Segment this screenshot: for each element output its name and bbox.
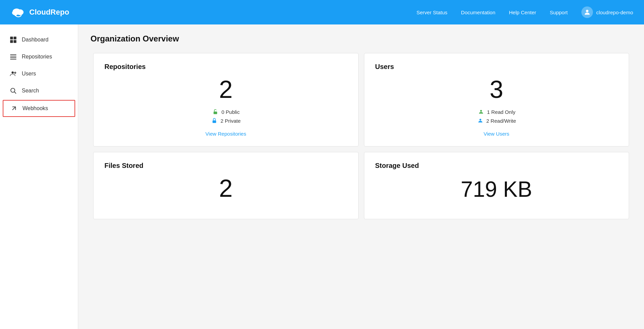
user-menu[interactable]: cloudrepo-demo bbox=[581, 6, 633, 18]
svg-rect-5 bbox=[14, 37, 16, 39]
storage-used-value: 719 KB bbox=[375, 176, 618, 203]
page-title: Organization Overview bbox=[90, 34, 632, 44]
svg-rect-4 bbox=[10, 37, 13, 39]
webhooks-icon bbox=[10, 105, 18, 112]
users-stats: 1 Read Only 2 Read/Write bbox=[375, 108, 618, 124]
main-content: Organization Overview Repositories 2 bbox=[78, 24, 644, 329]
cards-grid: Repositories 2 0 Public bbox=[78, 50, 644, 230]
svg-rect-8 bbox=[10, 54, 16, 55]
view-repositories-link[interactable]: View Repositories bbox=[104, 131, 347, 137]
svg-point-3 bbox=[586, 10, 588, 12]
svg-line-17 bbox=[12, 107, 15, 110]
read-only-label: 1 Read Only bbox=[487, 109, 515, 115]
avatar bbox=[581, 6, 593, 18]
storage-used-card: Storage Used 719 KB bbox=[364, 152, 629, 219]
header-nav: Server Status Documentation Help Center … bbox=[416, 10, 567, 15]
sidebar-label-webhooks: Webhooks bbox=[22, 105, 48, 111]
private-repos-stat: 2 Private bbox=[211, 117, 241, 124]
svg-rect-10 bbox=[10, 57, 16, 58]
sidebar-item-dashboard[interactable]: Dashboard bbox=[0, 31, 78, 48]
svg-rect-6 bbox=[10, 40, 13, 43]
sidebar-label-search: Search bbox=[22, 88, 39, 94]
logo-text: CloudRepo bbox=[29, 8, 69, 17]
username: cloudrepo-demo bbox=[596, 10, 633, 15]
svg-line-16 bbox=[14, 92, 16, 93]
repositories-card: Repositories 2 0 Public bbox=[93, 53, 359, 146]
repositories-card-title: Repositories bbox=[104, 63, 347, 71]
svg-point-20 bbox=[480, 110, 482, 112]
person-blue-icon bbox=[477, 117, 484, 124]
sidebar-label-dashboard: Dashboard bbox=[22, 37, 48, 43]
view-users-link[interactable]: View Users bbox=[375, 131, 618, 137]
lock-closed-icon bbox=[211, 117, 218, 124]
person-green-icon bbox=[478, 108, 484, 115]
svg-point-15 bbox=[11, 88, 15, 92]
public-repos-label: 0 Public bbox=[221, 109, 240, 115]
svg-point-12 bbox=[12, 71, 14, 73]
svg-rect-9 bbox=[10, 56, 16, 56]
read-write-label: 2 Read/Write bbox=[486, 118, 516, 124]
sidebar: Dashboard Repositories bbox=[0, 24, 78, 329]
private-repos-label: 2 Private bbox=[220, 118, 241, 124]
search-icon bbox=[10, 87, 17, 94]
users-count: 3 bbox=[375, 76, 618, 103]
users-card-title: Users bbox=[375, 63, 618, 71]
svg-rect-7 bbox=[14, 40, 16, 43]
sidebar-item-users[interactable]: Users bbox=[0, 65, 78, 82]
logo[interactable]: CloudRepo bbox=[11, 6, 69, 18]
sidebar-item-search[interactable]: Search bbox=[0, 82, 78, 99]
files-stored-count: 2 bbox=[104, 175, 347, 202]
page-header: Organization Overview bbox=[78, 24, 644, 50]
public-repos-stat: 0 Public bbox=[212, 108, 240, 115]
sidebar-item-repositories[interactable]: Repositories bbox=[0, 48, 78, 65]
repositories-icon bbox=[10, 53, 17, 60]
nav-server-status[interactable]: Server Status bbox=[416, 10, 447, 15]
svg-point-21 bbox=[479, 119, 481, 121]
nav-help-center[interactable]: Help Center bbox=[509, 10, 536, 15]
person-icon bbox=[583, 8, 591, 16]
repositories-stats: 0 Public 2 Private bbox=[104, 108, 347, 124]
nav-support[interactable]: Support bbox=[550, 10, 568, 15]
app-header: CloudRepo Server Status Documentation He… bbox=[0, 0, 644, 24]
add-users-icon bbox=[10, 70, 17, 77]
nav-documentation[interactable]: Documentation bbox=[461, 10, 495, 15]
svg-rect-19 bbox=[213, 120, 216, 123]
repositories-count: 2 bbox=[104, 76, 347, 103]
dashboard-icon bbox=[10, 36, 17, 44]
files-stored-title: Files Stored bbox=[104, 162, 347, 170]
sidebar-label-users: Users bbox=[22, 71, 36, 77]
logo-icon bbox=[11, 6, 26, 18]
files-stored-card: Files Stored 2 bbox=[93, 152, 359, 219]
read-write-stat: 2 Read/Write bbox=[477, 117, 516, 124]
svg-rect-11 bbox=[10, 59, 16, 59]
storage-used-title: Storage Used bbox=[375, 162, 618, 170]
sidebar-label-repositories: Repositories bbox=[22, 54, 52, 60]
users-card: Users 3 1 Read Only bbox=[364, 53, 629, 146]
svg-rect-18 bbox=[214, 111, 217, 114]
read-only-stat: 1 Read Only bbox=[478, 108, 515, 115]
sidebar-item-webhooks[interactable]: Webhooks bbox=[3, 100, 75, 117]
main-layout: Dashboard Repositories bbox=[0, 24, 644, 329]
lock-open-icon bbox=[212, 108, 219, 115]
